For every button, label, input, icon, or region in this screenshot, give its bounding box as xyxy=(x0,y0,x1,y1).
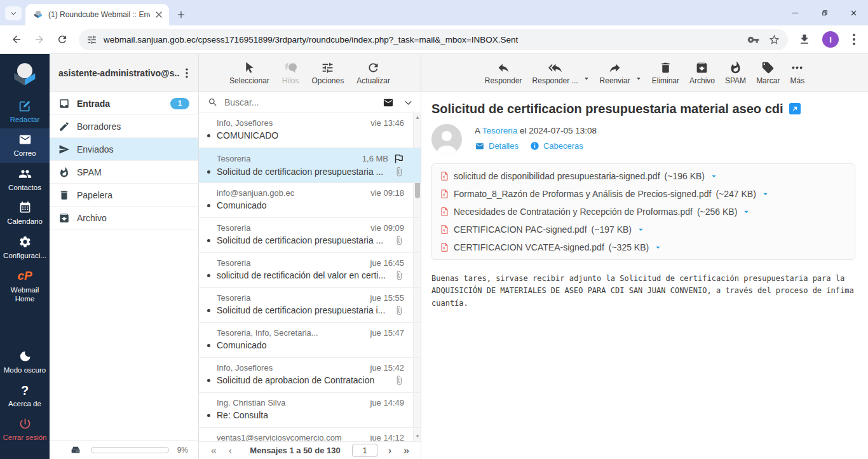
toolbar-button[interactable]: SPAM xyxy=(725,61,746,85)
attachment-name: solicitud de disponibilidad presupuestar… xyxy=(454,171,660,181)
prev-page-button[interactable]: ‹ xyxy=(222,445,238,456)
caret-down-icon[interactable] xyxy=(635,76,642,82)
folder-item[interactable]: Borradores xyxy=(50,115,198,138)
last-page-button[interactable]: » xyxy=(398,445,414,456)
message-sender: Info, Joseflores xyxy=(217,363,365,373)
sidebar-item[interactable]: cP Webmail Home xyxy=(0,264,50,308)
attachment-caret-icon[interactable] xyxy=(762,191,769,198)
browser-tab-strip: Actividad 2024-07-05 08:00:00 (1) Roundc… xyxy=(0,0,868,25)
browser-menu-button[interactable] xyxy=(846,32,862,47)
download-icon xyxy=(798,33,811,46)
attachment-item[interactable]: CERTIFICACION VCATEA-signed.pdf (~325 KB… xyxy=(440,238,661,256)
sidebar-item[interactable]: Modo oscuro xyxy=(0,345,50,379)
message-row[interactable]: Tesoreria, Info, Secretaria... jue 15:47… xyxy=(199,323,421,358)
message-row[interactable]: Info, Joseflores jue 15:42 Solicitud de … xyxy=(199,358,421,393)
toolbar-button[interactable]: Opciones xyxy=(311,61,344,85)
close-window-button[interactable] xyxy=(839,0,868,25)
attachment-caret-icon[interactable] xyxy=(743,209,750,216)
message-row[interactable]: Tesoreria jue 16:45 solicitud de rectifi… xyxy=(199,253,421,288)
attachment-item[interactable]: Necesidades de Contratación y Recepción … xyxy=(440,203,847,221)
first-page-button[interactable]: « xyxy=(205,445,222,456)
sidebar-item[interactable]: Correo xyxy=(0,128,50,162)
search-input[interactable] xyxy=(224,97,382,107)
tab-search-chevron-button[interactable] xyxy=(5,6,22,20)
password-key-icon[interactable] xyxy=(747,34,759,46)
attachment-size: (~247 KB) xyxy=(715,189,756,199)
reload-button[interactable] xyxy=(52,29,72,50)
reload-icon xyxy=(57,34,68,45)
folder-item[interactable]: Archivo xyxy=(50,207,198,230)
folder-item[interactable]: Entrada 1 xyxy=(50,92,198,115)
next-page-button[interactable]: › xyxy=(381,445,398,456)
message-row[interactable]: Tesoreria jue 15:55 Solicitud de certifi… xyxy=(199,288,421,323)
recipient-link[interactable]: Tesoreria xyxy=(482,126,518,135)
tab-close-icon[interactable] xyxy=(154,10,164,20)
site-settings-icon[interactable] xyxy=(86,34,97,45)
sidebar-item[interactable]: Redactar xyxy=(0,95,50,128)
sidebar-item-label: Contactos xyxy=(8,183,41,192)
sidebar-item-label: Cerrar sesión xyxy=(3,433,46,442)
toolbar-button[interactable]: Marcar xyxy=(756,61,780,85)
url-text[interactable]: webmail.sanjuan.gob.ec/cpsess1716951899/… xyxy=(104,35,747,45)
forward-button[interactable] xyxy=(29,29,50,50)
message-row[interactable]: ventas1@serviciosycomercio.com jue 14:12 xyxy=(199,428,421,441)
folder-menu-button[interactable] xyxy=(180,67,193,79)
open-in-new-window-icon[interactable] xyxy=(789,103,801,114)
headers-link[interactable]: Cabeceras xyxy=(530,141,583,151)
page-number-input[interactable] xyxy=(352,444,377,457)
message-row[interactable]: Tesoreria 1,6 MB Solicitud de certificac… xyxy=(199,148,421,183)
folder-item[interactable]: SPAM xyxy=(50,161,198,184)
toolbar-button[interactable]: Eliminar xyxy=(652,61,679,85)
sidebar-item[interactable]: Cerrar sesión xyxy=(0,413,50,446)
headers-label: Cabeceras xyxy=(543,141,583,151)
message-row-subject: Solicitud de certificacion presupuestari… xyxy=(217,305,389,315)
message-date: vie 13:46 xyxy=(370,118,404,128)
toolbar-button[interactable]: Reenviar xyxy=(600,61,630,85)
message-sender: ventas1@serviciosycomercio.com xyxy=(217,433,365,441)
message-row[interactable]: Ing. Christian Silva jue 14:49 Re: Consu… xyxy=(199,393,421,428)
toolbar-button[interactable]: Seleccionar xyxy=(229,61,269,85)
attachment-caret-icon[interactable] xyxy=(637,226,644,233)
message-row[interactable]: Tesoreria vie 09:09 Solicitud de certifi… xyxy=(199,218,421,253)
details-link[interactable]: Detalles xyxy=(475,141,519,151)
bookmark-star-icon[interactable] xyxy=(768,34,780,46)
sidebar-item[interactable]: ? Acerca de xyxy=(0,379,50,413)
new-tab-button[interactable] xyxy=(173,6,189,23)
attachment-item[interactable]: solicitud de disponibilidad presupuestar… xyxy=(440,167,847,185)
sidebar-items: Redactar Correo Contactos Calendario Con… xyxy=(0,95,50,447)
browser-tab[interactable]: (1) Roundcube Webmail :: Envia xyxy=(25,4,169,25)
restore-button[interactable] xyxy=(810,0,839,25)
minimize-button[interactable] xyxy=(780,0,810,25)
toolbar-button[interactable]: Actualizar xyxy=(356,61,390,85)
folder-item[interactable]: Papelera xyxy=(50,184,198,207)
folder-item[interactable]: Enviados xyxy=(50,138,198,161)
downloads-button[interactable] xyxy=(794,29,815,50)
browser-profile-avatar[interactable]: I xyxy=(822,31,839,48)
toolbar-button[interactable]: Responder xyxy=(485,61,522,85)
sidebar-item[interactable]: Calendario xyxy=(0,196,50,230)
info-icon xyxy=(530,141,539,151)
forward-mail-icon xyxy=(608,61,621,74)
flag-icon[interactable] xyxy=(393,153,404,164)
message-row[interactable]: Info, Joseflores vie 13:46 COMUNICADO xyxy=(199,113,421,148)
sidebar-item[interactable]: Contactos xyxy=(0,163,50,196)
attachment-size: (~325 KB) xyxy=(609,242,649,252)
toolbar-button[interactable]: Responder ... xyxy=(532,61,578,85)
caret-down-icon[interactable] xyxy=(583,76,590,82)
back-button[interactable] xyxy=(6,29,27,50)
toolbar-button[interactable]: Archivo xyxy=(689,61,715,85)
attachment-caret-icon[interactable] xyxy=(710,173,717,180)
attachment-item[interactable]: Formato_8_Razón de Proformas y Análisis … xyxy=(440,185,847,203)
pagination-label: Mensajes 1 a 50 de 130 xyxy=(238,446,352,455)
sidebar-item-label: Configuraci... xyxy=(3,251,46,260)
address-bar[interactable]: webmail.sanjuan.gob.ec/cpsess1716951899/… xyxy=(79,29,788,50)
toolbar-button[interactable]: Hilos xyxy=(282,61,299,85)
toolbar-button[interactable]: Más xyxy=(790,61,804,85)
search-options-chevron-icon[interactable] xyxy=(403,98,413,107)
attachment-caret-icon[interactable] xyxy=(654,244,661,251)
sidebar-item[interactable]: Configuraci... xyxy=(0,231,50,264)
search-scope-envelope-icon[interactable] xyxy=(382,97,395,108)
paperclip-icon xyxy=(394,167,404,177)
message-row[interactable]: info@sanjuan.gob.ec vie 09:18 Comunicado xyxy=(199,183,421,218)
attachment-item[interactable]: CERTIFICACION PAC-signed.pdf (~197 KB) xyxy=(440,221,644,238)
